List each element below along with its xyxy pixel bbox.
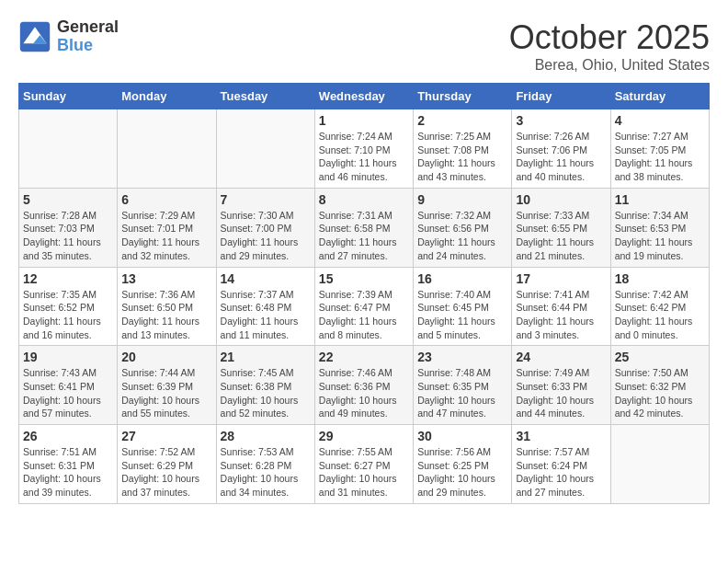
- logo-text: General Blue: [57, 18, 119, 55]
- day-number: 15: [319, 271, 409, 286]
- day-number: 12: [23, 271, 113, 286]
- day-info: Sunrise: 7:53 AM Sunset: 6:28 PM Dayligh…: [221, 445, 311, 500]
- calendar-cell: 28Sunrise: 7:53 AM Sunset: 6:28 PM Dayli…: [216, 425, 314, 504]
- calendar-week-row: 1Sunrise: 7:24 AM Sunset: 7:10 PM Daylig…: [19, 109, 710, 189]
- day-info: Sunrise: 7:42 AM Sunset: 6:42 PM Dayligh…: [615, 288, 705, 342]
- day-info: Sunrise: 7:51 AM Sunset: 6:31 PM Dayligh…: [23, 445, 113, 500]
- day-number: 22: [319, 350, 409, 364]
- day-info: Sunrise: 7:55 AM Sunset: 6:27 PM Dayligh…: [319, 445, 409, 500]
- day-info: Sunrise: 7:24 AM Sunset: 7:10 PM Dayligh…: [319, 130, 409, 184]
- day-info: Sunrise: 7:33 AM Sunset: 6:55 PM Dayligh…: [516, 209, 606, 263]
- calendar-cell: 6Sunrise: 7:29 AM Sunset: 7:01 PM Daylig…: [118, 188, 216, 267]
- calendar-header-row: SundayMondayTuesdayWednesdayThursdayFrid…: [19, 84, 710, 109]
- day-info: Sunrise: 7:43 AM Sunset: 6:41 PM Dayligh…: [23, 366, 113, 420]
- calendar-cell: 2Sunrise: 7:25 AM Sunset: 7:08 PM Daylig…: [414, 109, 512, 189]
- day-info: Sunrise: 7:52 AM Sunset: 6:29 PM Dayligh…: [121, 445, 211, 500]
- day-number: 14: [221, 271, 311, 286]
- calendar-cell: 30Sunrise: 7:56 AM Sunset: 6:25 PM Dayli…: [414, 425, 512, 504]
- calendar-cell: 16Sunrise: 7:40 AM Sunset: 6:45 PM Dayli…: [414, 267, 512, 346]
- calendar-cell: 18Sunrise: 7:42 AM Sunset: 6:42 PM Dayli…: [610, 267, 709, 346]
- day-header-monday: Monday: [118, 84, 216, 109]
- day-number: 31: [516, 429, 606, 443]
- calendar-cell: [216, 109, 314, 189]
- day-info: Sunrise: 7:35 AM Sunset: 6:52 PM Dayligh…: [23, 288, 113, 342]
- day-number: 11: [615, 192, 705, 207]
- day-header-sunday: Sunday: [19, 84, 118, 109]
- calendar-cell: 8Sunrise: 7:31 AM Sunset: 6:58 PM Daylig…: [314, 188, 413, 267]
- day-number: 3: [516, 113, 606, 128]
- calendar-cell: 23Sunrise: 7:48 AM Sunset: 6:35 PM Dayli…: [414, 346, 512, 425]
- day-info: Sunrise: 7:36 AM Sunset: 6:50 PM Dayligh…: [121, 288, 211, 342]
- day-number: 20: [121, 350, 211, 364]
- day-number: 4: [615, 113, 705, 128]
- calendar-week-row: 12Sunrise: 7:35 AM Sunset: 6:52 PM Dayli…: [19, 267, 710, 346]
- day-info: Sunrise: 7:27 AM Sunset: 7:05 PM Dayligh…: [615, 130, 705, 184]
- day-info: Sunrise: 7:37 AM Sunset: 6:48 PM Dayligh…: [221, 288, 311, 342]
- day-header-wednesday: Wednesday: [314, 84, 413, 109]
- day-number: 28: [221, 429, 311, 443]
- calendar-cell: 5Sunrise: 7:28 AM Sunset: 7:03 PM Daylig…: [19, 188, 118, 267]
- day-info: Sunrise: 7:30 AM Sunset: 7:00 PM Dayligh…: [221, 209, 311, 263]
- month-title: October 2025: [509, 18, 710, 57]
- day-info: Sunrise: 7:39 AM Sunset: 6:47 PM Dayligh…: [319, 288, 409, 342]
- day-header-friday: Friday: [512, 84, 610, 109]
- calendar-cell: 20Sunrise: 7:44 AM Sunset: 6:39 PM Dayli…: [118, 346, 216, 425]
- calendar-cell: 26Sunrise: 7:51 AM Sunset: 6:31 PM Dayli…: [19, 425, 118, 504]
- calendar-cell: 22Sunrise: 7:46 AM Sunset: 6:36 PM Dayli…: [314, 346, 413, 425]
- calendar-cell: 27Sunrise: 7:52 AM Sunset: 6:29 PM Dayli…: [118, 425, 216, 504]
- calendar-cell: 17Sunrise: 7:41 AM Sunset: 6:44 PM Dayli…: [512, 267, 610, 346]
- calendar-cell: 11Sunrise: 7:34 AM Sunset: 6:53 PM Dayli…: [610, 188, 709, 267]
- day-info: Sunrise: 7:25 AM Sunset: 7:08 PM Dayligh…: [417, 130, 507, 184]
- day-number: 16: [417, 271, 507, 286]
- calendar-cell: 4Sunrise: 7:27 AM Sunset: 7:05 PM Daylig…: [610, 109, 709, 189]
- calendar-table: SundayMondayTuesdayWednesdayThursdayFrid…: [18, 83, 710, 504]
- day-header-thursday: Thursday: [414, 84, 512, 109]
- day-header-tuesday: Tuesday: [216, 84, 314, 109]
- calendar-cell: 29Sunrise: 7:55 AM Sunset: 6:27 PM Dayli…: [314, 425, 413, 504]
- day-info: Sunrise: 7:40 AM Sunset: 6:45 PM Dayligh…: [417, 288, 507, 342]
- day-info: Sunrise: 7:32 AM Sunset: 6:56 PM Dayligh…: [417, 209, 507, 263]
- calendar-cell: [118, 109, 216, 189]
- logo-icon: [18, 20, 51, 53]
- day-number: 13: [121, 271, 211, 286]
- day-number: 5: [23, 192, 113, 207]
- day-number: 6: [121, 192, 211, 207]
- day-number: 23: [417, 350, 507, 364]
- day-info: Sunrise: 7:49 AM Sunset: 6:33 PM Dayligh…: [516, 366, 606, 420]
- day-info: Sunrise: 7:26 AM Sunset: 7:06 PM Dayligh…: [516, 130, 606, 184]
- calendar-cell: [610, 425, 709, 504]
- day-info: Sunrise: 7:29 AM Sunset: 7:01 PM Dayligh…: [121, 209, 211, 263]
- day-info: Sunrise: 7:50 AM Sunset: 6:32 PM Dayligh…: [615, 366, 705, 420]
- logo: General Blue: [18, 18, 119, 55]
- calendar-cell: [19, 109, 118, 189]
- calendar-cell: 15Sunrise: 7:39 AM Sunset: 6:47 PM Dayli…: [314, 267, 413, 346]
- day-info: Sunrise: 7:46 AM Sunset: 6:36 PM Dayligh…: [319, 366, 409, 420]
- day-number: 1: [319, 113, 409, 128]
- day-info: Sunrise: 7:44 AM Sunset: 6:39 PM Dayligh…: [121, 366, 211, 420]
- calendar-cell: 14Sunrise: 7:37 AM Sunset: 6:48 PM Dayli…: [216, 267, 314, 346]
- calendar-cell: 12Sunrise: 7:35 AM Sunset: 6:52 PM Dayli…: [19, 267, 118, 346]
- day-number: 17: [516, 271, 606, 286]
- calendar-cell: 1Sunrise: 7:24 AM Sunset: 7:10 PM Daylig…: [314, 109, 413, 189]
- day-number: 25: [615, 350, 705, 364]
- day-number: 8: [319, 192, 409, 207]
- day-number: 29: [319, 429, 409, 443]
- day-number: 18: [615, 271, 705, 286]
- calendar-week-row: 5Sunrise: 7:28 AM Sunset: 7:03 PM Daylig…: [19, 188, 710, 267]
- day-number: 9: [417, 192, 507, 207]
- day-number: 21: [221, 350, 311, 364]
- calendar-cell: 25Sunrise: 7:50 AM Sunset: 6:32 PM Dayli…: [610, 346, 709, 425]
- day-number: 7: [221, 192, 311, 207]
- day-info: Sunrise: 7:57 AM Sunset: 6:24 PM Dayligh…: [516, 445, 606, 500]
- title-block: October 2025 Berea, Ohio, United States: [509, 18, 710, 74]
- day-info: Sunrise: 7:48 AM Sunset: 6:35 PM Dayligh…: [417, 366, 507, 420]
- day-number: 27: [121, 429, 211, 443]
- calendar-cell: 9Sunrise: 7:32 AM Sunset: 6:56 PM Daylig…: [414, 188, 512, 267]
- calendar-cell: 3Sunrise: 7:26 AM Sunset: 7:06 PM Daylig…: [512, 109, 610, 189]
- day-info: Sunrise: 7:34 AM Sunset: 6:53 PM Dayligh…: [615, 209, 705, 263]
- day-info: Sunrise: 7:45 AM Sunset: 6:38 PM Dayligh…: [221, 366, 311, 420]
- calendar-cell: 7Sunrise: 7:30 AM Sunset: 7:00 PM Daylig…: [216, 188, 314, 267]
- day-info: Sunrise: 7:41 AM Sunset: 6:44 PM Dayligh…: [516, 288, 606, 342]
- day-info: Sunrise: 7:31 AM Sunset: 6:58 PM Dayligh…: [319, 209, 409, 263]
- calendar-cell: 13Sunrise: 7:36 AM Sunset: 6:50 PM Dayli…: [118, 267, 216, 346]
